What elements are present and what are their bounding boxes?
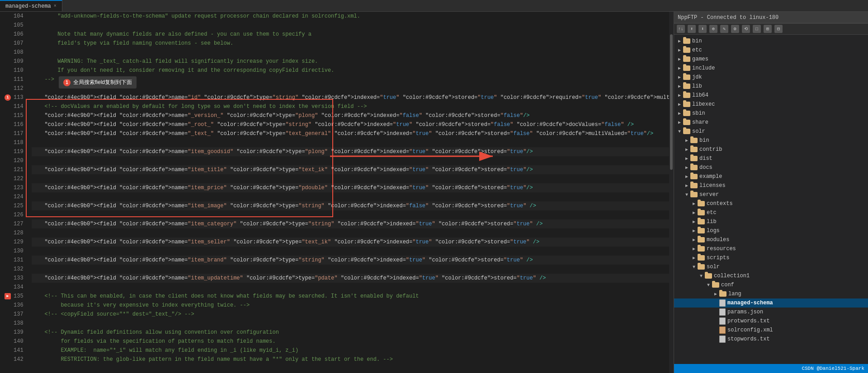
- tree-item-solrconfig-xml[interactable]: solrconfig.xml: [674, 326, 868, 335]
- editor-scrollbar[interactable]: [669, 12, 674, 373]
- scrollbar-thumb[interactable]: [670, 34, 673, 170]
- tree-arrow-logs[interactable]: ▶: [690, 228, 698, 233]
- folder-icon: [683, 102, 690, 107]
- tree-arrow-etc[interactable]: ▶: [690, 210, 698, 215]
- tree-item-lib64[interactable]: ▶lib64: [674, 91, 868, 100]
- tree-arrow-contrib[interactable]: ▶: [683, 147, 690, 152]
- tree-arrow-libexec[interactable]: ▶: [676, 102, 683, 107]
- code-line: [32, 210, 669, 219]
- tree-arrow-lib64[interactable]: ▶: [676, 93, 683, 98]
- tree-arrow-docs[interactable]: ▶: [683, 165, 690, 170]
- tree-item-params-json[interactable]: params.json: [674, 308, 868, 317]
- tree-item-resources[interactable]: ▶resources: [674, 244, 868, 253]
- tree-item-lang[interactable]: ▶lang: [674, 289, 868, 298]
- tree-item-logs[interactable]: ▶logs: [674, 226, 868, 235]
- view-icon[interactable]: □: [753, 25, 761, 33]
- tree-arrow-bin[interactable]: ▶: [683, 138, 690, 143]
- tree-item-jdk[interactable]: ▶jdk: [674, 73, 868, 82]
- tab-managed-schema[interactable]: managed-schema ×: [0, 0, 62, 11]
- tree-item-games[interactable]: ▶games: [674, 55, 868, 64]
- tree-item-stopwords-txt[interactable]: stopwords.txt: [674, 335, 868, 344]
- tree-item-lib[interactable]: ▶lib: [674, 82, 868, 91]
- code-line: "color:#4ec9b0"><field "color:#9cdcfe">n…: [32, 111, 669, 120]
- folder-icon: [683, 56, 690, 62]
- tree-item-docs[interactable]: ▶docs: [674, 163, 868, 172]
- tree-item-sbin[interactable]: ▶sbin: [674, 109, 868, 118]
- tree-item-dist[interactable]: ▶dist: [674, 154, 868, 163]
- add-icon[interactable]: ⊕: [709, 25, 717, 33]
- tree-arrow-solr[interactable]: ▼: [676, 129, 683, 134]
- tree-arrow-collection1[interactable]: ▼: [698, 274, 705, 279]
- folder-icon: [698, 201, 705, 206]
- tree-arrow-scripts[interactable]: ▶: [690, 255, 698, 261]
- tree-item-include[interactable]: ▶include: [674, 64, 868, 73]
- tree-item-libexec[interactable]: ▶libexec: [674, 100, 868, 109]
- tree-arrow-modules[interactable]: ▶: [690, 237, 698, 242]
- tree-item-managed-schema[interactable]: managed-schema: [674, 298, 868, 308]
- tree-arrow-bin[interactable]: ▶: [676, 38, 683, 44]
- tree-arrow-lib[interactable]: ▶: [676, 84, 683, 89]
- tree-item-conf[interactable]: ▼conf: [674, 280, 868, 289]
- marker-arrow-135: ▶: [5, 293, 11, 299]
- tree-label: jdk: [692, 74, 866, 80]
- tree-item-modules[interactable]: ▶modules: [674, 235, 868, 244]
- tree-arrow-dist[interactable]: ▶: [683, 156, 690, 161]
- tree-item-contrib[interactable]: ▶contrib: [674, 145, 868, 154]
- line-numbers: 1041051061071081091101111121113114115116…: [0, 12, 28, 373]
- tree-item-licenses[interactable]: ▶licenses: [674, 181, 868, 190]
- expand-icon[interactable]: ⊞: [764, 25, 772, 33]
- tree-arrow-lang[interactable]: ▶: [712, 291, 719, 297]
- settings-icon[interactable]: ⚙: [731, 25, 739, 33]
- tree-item-protwords-txt[interactable]: protwords.txt: [674, 317, 868, 326]
- code-line: [32, 48, 669, 57]
- tree-arrow-games[interactable]: ▶: [676, 56, 683, 62]
- tree-item-bin[interactable]: ▶bin: [674, 136, 868, 145]
- tree-item-scripts[interactable]: ▶scripts: [674, 253, 868, 262]
- tree-arrow-solr[interactable]: ▼: [690, 265, 698, 270]
- tree-item-solr[interactable]: ▼solr: [674, 127, 868, 136]
- tree-item-etc[interactable]: ▶etc: [674, 46, 868, 55]
- connect-icon[interactable]: ↑↓: [677, 25, 685, 33]
- tree-label: protwords.txt: [727, 318, 866, 324]
- tree-arrow-conf[interactable]: ▼: [705, 283, 712, 288]
- tree-arrow-resources[interactable]: ▶: [690, 246, 698, 252]
- tree-item-collection1[interactable]: ▼collection1: [674, 271, 868, 280]
- line-number: 104: [5, 12, 24, 21]
- tree-arrow-share[interactable]: ▶: [676, 120, 683, 125]
- tree-arrow-etc[interactable]: ▶: [676, 47, 683, 53]
- tree-item-share[interactable]: ▶share: [674, 118, 868, 127]
- tree-arrow-jdk[interactable]: ▶: [676, 75, 683, 80]
- code-line: [32, 247, 669, 256]
- download-icon[interactable]: ⬇: [698, 25, 707, 33]
- collapse-icon[interactable]: ⊟: [774, 25, 783, 33]
- file-tree[interactable]: ▶bin▶etc▶games▶include▶jdk▶lib▶lib64▶lib…: [674, 35, 868, 364]
- tree-item-example[interactable]: ▶example: [674, 172, 868, 181]
- edit-icon[interactable]: ✎: [720, 25, 728, 33]
- folder-icon: [683, 84, 690, 89]
- code-line: "color:#4ec9b0"><field "color:#9cdcfe">n…: [32, 219, 669, 228]
- tree-item-contexts[interactable]: ▶contexts: [674, 199, 868, 208]
- folder-icon: [690, 183, 698, 188]
- line-number: 136: [5, 301, 24, 310]
- code-line: "color:#4ec9b0"><field "color:#9cdcfe">n…: [32, 165, 669, 174]
- tree-arrow-lib[interactable]: ▶: [690, 219, 698, 224]
- tree-item-bin[interactable]: ▶bin: [674, 37, 868, 46]
- tree-arrow-contexts[interactable]: ▶: [690, 201, 698, 206]
- refresh-icon[interactable]: ⟲: [742, 25, 750, 33]
- tree-item-lib[interactable]: ▶lib: [674, 217, 868, 226]
- line-number: 114: [5, 102, 24, 111]
- tree-arrow-example[interactable]: ▶: [683, 174, 690, 179]
- upload-icon[interactable]: ⬆: [688, 25, 696, 33]
- tree-label: lang: [728, 291, 866, 297]
- tree-arrow-sbin[interactable]: ▶: [676, 111, 683, 116]
- tree-arrow-licenses[interactable]: ▶: [683, 183, 690, 188]
- tree-label: example: [699, 173, 866, 180]
- tree-item-server[interactable]: ▼server: [674, 190, 868, 199]
- line-number: 139: [5, 328, 24, 337]
- tree-item-solr[interactable]: ▼solr: [674, 262, 868, 271]
- tab-close-button[interactable]: ×: [54, 4, 57, 9]
- code-line: [32, 156, 669, 165]
- tree-arrow-include[interactable]: ▶: [676, 65, 683, 71]
- tree-item-etc[interactable]: ▶etc: [674, 208, 868, 217]
- tree-arrow-server[interactable]: ▼: [683, 192, 690, 197]
